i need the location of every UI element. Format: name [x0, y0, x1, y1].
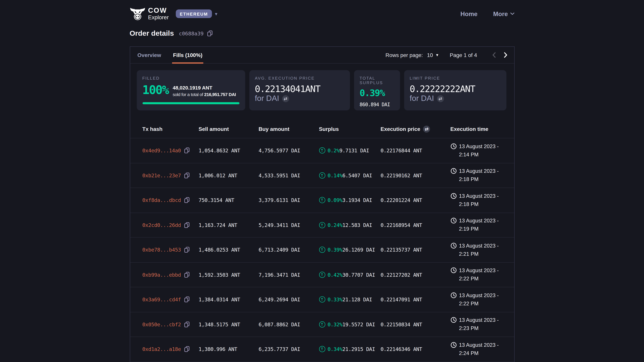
surplus-up-icon: ↑ [319, 321, 325, 328]
copy-tx-hash-icon[interactable] [184, 346, 190, 352]
execution-time-text: 13 August 2023 - 2:19 PM [459, 217, 508, 233]
surplus-amount: 19.5572 DAI [342, 321, 375, 328]
nav-home[interactable]: Home [460, 10, 478, 17]
surplus-percent: 0.42% [328, 272, 342, 278]
copy-tx-hash-icon[interactable] [184, 147, 190, 154]
next-page-button[interactable] [502, 52, 508, 58]
pagination: Rows per page: 10 ▼ Page 1 of 4 [386, 52, 508, 58]
execution-time: 13 August 2023 - 2:23 PM [450, 316, 507, 333]
logo-subtitle: Explorer [148, 15, 169, 20]
tx-hash-link[interactable]: 0xf8da...dbcd [142, 197, 181, 203]
tx-hash-link[interactable]: 0x3a69...cd4f [142, 297, 181, 303]
col-buy-amount: Buy amount [258, 126, 319, 132]
tab-overview[interactable]: Overview [136, 46, 162, 63]
copy-tx-hash-icon[interactable] [184, 222, 190, 228]
top-bar: COW Explorer ETHEREUM ▾ Home More [130, 0, 514, 22]
execution-time: 13 August 2023 - 2:22 PM [450, 267, 507, 283]
title-row: Order details c0688a39 [130, 29, 514, 38]
sell-amount: 1,163.724 ANT [198, 222, 258, 228]
filled-sold-total: sold for a total of 216,951.757 DAI [172, 91, 236, 97]
copy-tx-hash-icon[interactable] [184, 197, 190, 203]
tabs-bar: Overview Fills (100%) Rows per page: 10 … [130, 47, 514, 63]
execution-time: 13 August 2023 - 2:19 PM [450, 217, 507, 233]
execution-price: 0.22190162 ANT [380, 172, 450, 178]
surplus-cell: ↑ 0.39% 26.1269 DAI [319, 247, 380, 253]
surplus-cell: ↑ 0.14% 6.5407 DAI [319, 172, 380, 178]
avg-execution-price-unit: for DAI [255, 94, 279, 103]
tx-hash-link[interactable]: 0x4ed9...14a0 [142, 147, 181, 154]
surplus-percent: 0.09% [328, 197, 342, 203]
execution-price: 0.22147091 ANT [380, 297, 450, 303]
copy-tx-hash-icon[interactable] [184, 272, 190, 278]
col-sell-amount: Sell amount [198, 126, 258, 132]
total-surplus-percent: 0.39% [360, 88, 394, 98]
sold-prefix: sold for a total of [172, 92, 204, 97]
buy-amount: 4,756.5977 DAI [258, 147, 319, 154]
nav-more[interactable]: More [493, 10, 514, 17]
surplus-up-icon: ↑ [319, 147, 325, 154]
clock-icon [450, 168, 456, 174]
copy-tx-hash-icon[interactable] [184, 247, 190, 253]
page: COW Explorer ETHEREUM ▾ Home More O [0, 0, 644, 362]
surplus-up-icon: ↑ [319, 172, 325, 178]
network-caret-down-icon[interactable]: ▾ [215, 11, 218, 16]
table-row: 0xbe78...b453 1,486.0253 ANT 6,713.2409 … [130, 237, 514, 262]
table-header: Tx hash Sell amount Buy amount Surplus E… [130, 117, 514, 138]
surplus-up-icon: ↑ [319, 222, 325, 228]
logo-title: COW [148, 7, 169, 14]
swap-icon[interactable]: ⇄ [437, 95, 444, 102]
tx-hash-link[interactable]: 0xd1a2...a18e [142, 346, 181, 352]
logo-text: COW Explorer [148, 7, 169, 20]
execution-time: 13 August 2023 - 2:24 PM [450, 341, 507, 357]
surplus-percent: 0.33% [328, 297, 342, 303]
sell-amount: 1,486.0253 ANT [198, 247, 258, 253]
copy-order-id-icon[interactable] [207, 30, 213, 36]
network-badge[interactable]: ETHEREUM [176, 9, 212, 18]
execution-time-text: 13 August 2023 - 2:18 PM [459, 167, 508, 184]
tx-hash-link[interactable]: 0x2cd0...26dd [142, 222, 181, 228]
tx-hash-link[interactable]: 0xb21e...23e7 [142, 172, 181, 178]
execution-time: 13 August 2023 - 2:18 PM [450, 167, 507, 184]
surplus-amount: 21.2915 DAI [342, 346, 375, 352]
clock-icon [450, 243, 456, 249]
cow-explorer-logo[interactable]: COW Explorer [130, 7, 169, 20]
limit-price-card: LIMIT PRICE 0.22222222ANT for DAI ⇄ [404, 70, 506, 110]
total-surplus-card: TOTAL SURPLUS 0.39% 860.894 DAI [354, 70, 400, 110]
copy-tx-hash-icon[interactable] [184, 172, 190, 178]
tx-hash-link[interactable]: 0xbe78...b453 [142, 247, 181, 253]
invert-price-icon[interactable]: ⇄ [423, 125, 430, 133]
surplus-amount: 3.1934 DAI [342, 197, 372, 203]
clock-icon [450, 342, 456, 348]
execution-price: 0.22176844 ANT [380, 147, 450, 154]
fills-panel: Overview Fills (100%) Rows per page: 10 … [130, 46, 514, 362]
surplus-up-icon: ↑ [319, 247, 325, 253]
limit-price-unit: for DAI [410, 94, 434, 103]
tx-hash-link[interactable]: 0xb99a...ebbd [142, 272, 181, 278]
table-row: 0xb21e...23e7 1,006.012 ANT 4,533.5951 D… [130, 163, 514, 188]
col-tx-hash: Tx hash [142, 126, 199, 132]
copy-tx-hash-icon[interactable] [184, 321, 190, 328]
surplus-amount: 21.128 DAI [342, 297, 372, 303]
surplus-amount: 12.583 DAI [342, 222, 372, 228]
execution-time: 13 August 2023 - 2:21 PM [450, 242, 507, 258]
col-execution-price: Execution price ⇄ [380, 125, 450, 133]
surplus-up-icon: ↑ [319, 346, 325, 352]
prev-page-button[interactable] [491, 52, 497, 58]
swap-icon[interactable]: ⇄ [282, 95, 289, 102]
execution-time-text: 13 August 2023 - 2:24 PM [459, 341, 508, 357]
surplus-up-icon: ↑ [319, 197, 325, 203]
rows-per-page-select[interactable]: 10 ▼ [427, 52, 439, 58]
tx-hash-link[interactable]: 0x050e...cbf2 [142, 321, 181, 328]
clock-icon [450, 193, 456, 199]
avg-execution-price-label: AVG. EXECUTION PRICE [255, 76, 344, 80]
filled-percent: 100% [142, 84, 168, 96]
execution-time-text: 13 August 2023 - 2:23 PM [459, 316, 508, 333]
surplus-cell: ↑ 0.42% 30.7707 DAI [319, 272, 380, 278]
execution-time: 13 August 2023 - 2:18 PM [450, 192, 507, 208]
tab-fills[interactable]: Fills (100%) [172, 46, 203, 63]
sell-amount: 1,592.3503 ANT [198, 272, 258, 278]
order-id: c0688a39 [179, 30, 204, 36]
surplus-amount: 9.7131 DAI [340, 147, 369, 154]
filled-progress-bar [142, 102, 239, 104]
copy-tx-hash-icon[interactable] [184, 297, 190, 303]
